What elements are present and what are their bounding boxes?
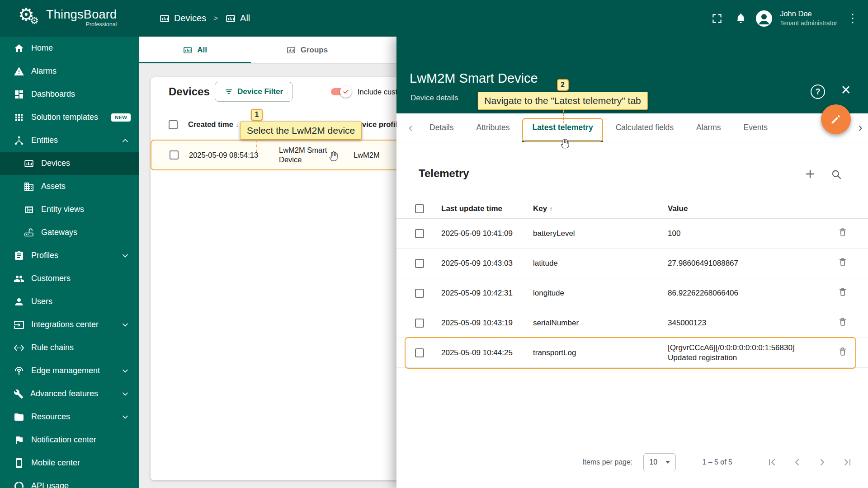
breadcrumb-all[interactable]: All	[225, 13, 250, 24]
sidebar-item-api-usage[interactable]: API usage	[0, 474, 139, 488]
search-telemetry-button[interactable]	[830, 169, 842, 182]
breadcrumb-current-label: All	[240, 13, 250, 23]
row-checkbox[interactable]	[415, 229, 424, 238]
table-pagination: Items per page: 10 1 – 5 of 5	[396, 450, 868, 475]
trash-icon	[837, 346, 848, 357]
column-value[interactable]: Value	[668, 204, 824, 213]
row-checkbox[interactable]	[170, 150, 179, 160]
include-customer-toggle[interactable]	[330, 86, 352, 98]
sidebar-item-integrations-center[interactable]: Integrations center	[0, 313, 139, 336]
column-key[interactable]: Key↑	[533, 204, 661, 213]
sidebar-item-gateways[interactable]: Gateways	[0, 221, 139, 244]
row-checkbox[interactable]	[415, 348, 424, 357]
sidebar-item-alarms[interactable]: Alarms	[0, 60, 139, 83]
sidebar-item-edge-management[interactable]: Edge management	[0, 359, 139, 382]
tabs-scroll-right-button[interactable]: ›	[854, 113, 867, 142]
sidebar-item-resources[interactable]: Resources	[0, 405, 139, 428]
tab-calculated-fields[interactable]: Calculated fields	[606, 113, 684, 142]
sidebar-item-notification-center[interactable]: Notification center	[0, 428, 139, 451]
filter-icon	[224, 87, 233, 96]
sidebar-item-advanced-features[interactable]: Advanced features	[0, 382, 139, 405]
tabs-scroll-left-button[interactable]: ‹	[403, 121, 418, 135]
new-badge: NEW	[111, 113, 131, 122]
row-checkbox[interactable]	[415, 259, 424, 268]
add-telemetry-button[interactable]	[804, 168, 816, 182]
sidebar-item-customers[interactable]: Customers	[0, 267, 139, 290]
delete-telemetry-button[interactable]	[837, 286, 848, 300]
brand-name: ThingsBoard	[46, 7, 117, 22]
sidebar-item-home[interactable]: Home	[0, 37, 139, 60]
chevron-down-icon	[121, 320, 130, 329]
build-icon	[14, 389, 24, 399]
assignment-icon	[14, 250, 24, 261]
first-page-button[interactable]	[765, 455, 778, 469]
thingsboard-logo[interactable]: ⚙⚙ ThingsBoard Professional	[17, 5, 117, 31]
delete-telemetry-button[interactable]	[837, 257, 848, 270]
column-last-update-time[interactable]: Last update time	[441, 204, 527, 213]
callout-step-2-label: Navigate to the "Latest telemetry" tab	[477, 92, 647, 110]
delete-telemetry-button[interactable]	[837, 227, 848, 240]
sidebar-item-users[interactable]: Users	[0, 290, 139, 313]
apps-icon	[14, 112, 24, 123]
sidebar-item-assets[interactable]: Assets	[0, 175, 139, 198]
row-checkbox[interactable]	[415, 289, 424, 298]
select-all-checkbox[interactable]	[415, 204, 424, 213]
tab-alarms[interactable]: Alarms	[686, 113, 731, 142]
sidebar-item-entities[interactable]: Entities	[0, 129, 139, 152]
sort-desc-icon: ↓	[236, 121, 239, 128]
delete-telemetry-button[interactable]	[837, 346, 848, 359]
plus-icon	[804, 168, 816, 180]
last-page-button[interactable]	[841, 455, 854, 469]
tab-all[interactable]: All	[139, 37, 251, 63]
data-usage-icon	[14, 481, 24, 488]
next-page-button[interactable]	[816, 455, 829, 469]
sidebar-item-dashboards[interactable]: Dashboards	[0, 83, 139, 106]
telemetry-table-header: Last update time Key↑ Value	[396, 199, 868, 219]
callout-connector	[563, 110, 564, 123]
sidebar-item-rule-chains[interactable]: Rule chains	[0, 336, 139, 359]
sidebar-item-devices[interactable]: Devices	[0, 152, 139, 175]
breadcrumb-devices[interactable]: Devices	[159, 13, 206, 24]
avatar-icon	[755, 9, 773, 28]
tab-latest-telemetry[interactable]: Latest telemetry Navigate to the "Latest…	[522, 113, 603, 142]
cell-time: 2025-05-09 10:44:25	[441, 348, 527, 357]
tab-details[interactable]: Details	[420, 113, 464, 142]
select-all-checkbox[interactable]	[169, 120, 178, 129]
previous-page-button[interactable]	[790, 455, 804, 469]
tab-events[interactable]: Events	[734, 113, 778, 142]
help-button[interactable]: ?	[811, 84, 825, 99]
device-details-panel: LwM2M Smart Device Device details ? × ‹ …	[396, 37, 868, 488]
notifications-button[interactable]	[730, 8, 751, 29]
telemetry-row: 2025-05-09 10:41:09 batteryLevel 100	[396, 219, 868, 249]
delete-telemetry-button[interactable]	[837, 316, 848, 329]
device-filter-button[interactable]: Device Filter	[215, 82, 292, 102]
items-per-page-select[interactable]: 10	[643, 453, 676, 471]
row-checkbox[interactable]	[415, 319, 424, 328]
question-icon: ?	[816, 87, 821, 97]
cell-key: latitude	[533, 259, 661, 268]
chevron-down-icon	[121, 251, 130, 260]
close-icon: ×	[841, 80, 850, 99]
kebab-menu-icon[interactable]: ⋮	[844, 11, 861, 25]
close-panel-button[interactable]: ×	[837, 80, 855, 100]
sidebar: Home Alarms Dashboards Solution template…	[0, 37, 139, 488]
sidebar-item-mobile-center[interactable]: Mobile center	[0, 451, 139, 474]
edit-fab-button[interactable]	[821, 104, 851, 134]
gears-icon: ⚙⚙	[17, 5, 43, 31]
fullscreen-button[interactable]	[707, 8, 727, 29]
chevron-left-icon	[792, 457, 802, 468]
tab-groups[interactable]: Groups	[251, 37, 363, 63]
sidebar-item-solution-templates[interactable]: Solution templates NEW	[0, 106, 139, 129]
trash-icon	[837, 257, 848, 267]
cell-value: 86.92262268066406	[668, 288, 824, 298]
tab-attributes[interactable]: Attributes	[467, 113, 520, 142]
settings-ethernet-icon	[14, 343, 24, 353]
search-icon	[830, 169, 842, 180]
first-page-icon	[766, 457, 777, 468]
user-avatar[interactable]	[754, 8, 774, 29]
cell-value: [QrgvrCCcA6][/0:0:0:0:0:0:0:1:56830] Upd…	[668, 343, 824, 363]
devices-icon	[183, 45, 193, 55]
sidebar-item-profiles[interactable]: Profiles	[0, 244, 139, 267]
pencil-icon	[830, 113, 842, 126]
sidebar-item-entity-views[interactable]: Entity views	[0, 198, 139, 221]
